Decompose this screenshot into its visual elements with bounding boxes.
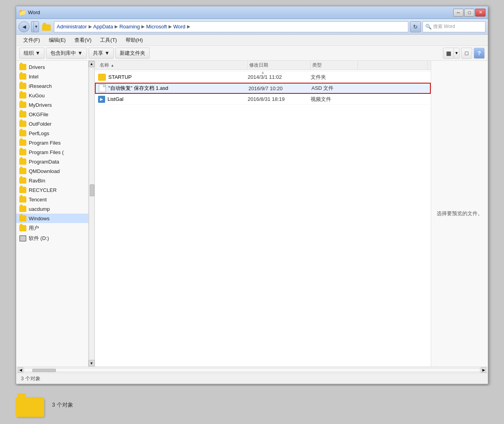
- view-icon-button[interactable]: ▦: [443, 48, 454, 59]
- sidebar-scroll-up[interactable]: ▲: [89, 61, 95, 67]
- status-count: 3 个对象: [21, 375, 41, 382]
- path-part-2[interactable]: AppData: [93, 24, 113, 30]
- sidebar-item-qmdownload[interactable]: QMDownload: [16, 166, 88, 176]
- help-button[interactable]: ?: [474, 48, 485, 59]
- sidebar-item-programfiles[interactable]: Program Files: [16, 138, 88, 147]
- search-placeholder: 搜索 Word: [433, 23, 455, 30]
- minimize-button[interactable]: ─: [453, 9, 463, 17]
- share-button[interactable]: 共享 ▼: [89, 48, 114, 59]
- folder-icon: [19, 111, 26, 117]
- folder-icon: [19, 102, 26, 108]
- sidebar-item-recycler[interactable]: RECYCLER: [16, 185, 88, 195]
- back-button[interactable]: ◀: [19, 21, 30, 32]
- col-header-type[interactable]: 类型: [311, 61, 358, 70]
- sidebar-item-users[interactable]: 用户: [16, 223, 88, 233]
- sidebar-item-intel[interactable]: Intel: [16, 72, 88, 81]
- folder-icon: [19, 177, 26, 184]
- col-header-size[interactable]: [358, 61, 428, 70]
- file-row-listgal[interactable]: ▶ ListGal 2016/8/31 18:19 视频文件: [95, 94, 431, 105]
- hscroll-left[interactable]: ◀: [18, 367, 23, 373]
- file-list-header: 名称 ▲ 修改日期 类型: [95, 61, 431, 70]
- sidebar-item-kugou[interactable]: KuGou: [16, 91, 88, 100]
- file-name-listgal: ▶ ListGal: [98, 96, 248, 103]
- sidebar-item-programfiles2[interactable]: Program Files (: [16, 147, 88, 157]
- sidebar: Drivers Intel iResearch KuGou: [16, 61, 88, 366]
- window-title: Word: [28, 9, 40, 15]
- sidebar-item-windows[interactable]: Windows: [16, 214, 88, 223]
- sidebar-scroll-thumb[interactable]: [90, 184, 94, 196]
- nav-dropdown-button[interactable]: ▼: [33, 21, 39, 32]
- path-sep-2: ▶: [115, 24, 118, 29]
- sidebar-item-uacdump[interactable]: uacdump: [16, 204, 88, 214]
- folder-icon: [19, 64, 26, 70]
- sidebar-scrollbar: ▲ ▼: [88, 61, 94, 366]
- file-date-listgal: 2016/8/31 18:19: [248, 96, 311, 102]
- folder-icon-startup: [98, 74, 106, 81]
- path-sep-4: ▶: [169, 24, 172, 29]
- path-sep-1: ▶: [89, 24, 92, 29]
- view-dropdown-button[interactable]: ▼: [454, 48, 460, 59]
- sidebar-item-ravbin[interactable]: RavBin: [16, 176, 88, 185]
- preview-text: 选择要预览的文件。: [437, 210, 483, 218]
- folder-icon: [19, 73, 26, 80]
- folder-icon: [19, 225, 26, 231]
- file-type-listgal: 视频文件: [311, 96, 358, 103]
- organize-button[interactable]: 组织 ▼: [19, 48, 44, 59]
- doc-icon-asd: [99, 84, 106, 92]
- close-button[interactable]: ✕: [475, 9, 485, 17]
- menu-tools[interactable]: 工具(T): [96, 35, 121, 45]
- menu-file[interactable]: 文件(F): [19, 35, 44, 45]
- menu-edit[interactable]: 编辑(E): [45, 35, 70, 45]
- file-type-asd: ASD 文件: [311, 85, 359, 92]
- file-list-area: 名称 ▲ 修改日期 类型 ▲: [95, 61, 488, 366]
- sidebar-item-tencent[interactable]: Tencent: [16, 195, 88, 204]
- folder-icon: [19, 121, 26, 127]
- file-date-startup: 2014/3/1 11:02: [248, 74, 311, 80]
- path-part-4[interactable]: Microsoft: [146, 24, 167, 30]
- window-folder-icon: 📁: [19, 9, 26, 16]
- sidebar-item-drivers[interactable]: Drivers: [16, 62, 88, 72]
- address-path-box[interactable]: Administrator ▶ AppData ▶ Roaming ▶ Micr…: [54, 21, 408, 32]
- sidebar-item-outfolder[interactable]: OutFolder: [16, 119, 88, 128]
- bottom-status: 3 个对象: [52, 402, 73, 409]
- sidebar-scroll-down[interactable]: ▼: [89, 360, 95, 366]
- hscroll-thumb[interactable]: [32, 369, 56, 372]
- bottom-area: 3 个对象: [0, 386, 504, 424]
- maximize-button[interactable]: □: [464, 9, 474, 17]
- sidebar-scroll-track[interactable]: [89, 67, 94, 360]
- horizontal-scrollbar: ◀ ▶: [16, 366, 488, 373]
- preview-pane: 选择要预览的文件。: [431, 61, 488, 366]
- folder-icon: [19, 149, 26, 155]
- menu-bar: 文件(F) 编辑(E) 查看(V) 工具(T) 帮助(H): [16, 35, 488, 46]
- folder-icon: [19, 158, 26, 165]
- include-button[interactable]: 包含到库中 ▼: [46, 48, 87, 59]
- path-folder-icon: [42, 23, 51, 31]
- sidebar-item-iresearch[interactable]: iResearch: [16, 81, 88, 91]
- file-name-startup: STARTUP: [98, 74, 248, 81]
- sidebar-item-okgfile[interactable]: OKGFile: [16, 110, 88, 119]
- file-row-asd[interactable]: "自动恢复" 保存文档 1.asd 2016/9/7 10:20 ASD 文件: [95, 83, 431, 94]
- hscroll-track[interactable]: [24, 368, 480, 372]
- menu-help[interactable]: 帮助(H): [122, 35, 147, 45]
- path-part-3[interactable]: Roaming: [119, 24, 140, 30]
- sidebar-item-mydrivers[interactable]: MyDrivers: [16, 100, 88, 110]
- path-part-1[interactable]: Administrator: [57, 24, 87, 30]
- pane-button[interactable]: □: [461, 48, 472, 59]
- sidebar-item-perflogs[interactable]: PerfLogs: [16, 128, 88, 138]
- hscroll-right[interactable]: ▶: [481, 367, 486, 373]
- search-box[interactable]: 🔍 搜索 Word: [422, 21, 485, 32]
- path-part-5[interactable]: Word: [173, 24, 185, 30]
- new-folder-button[interactable]: 新建文件夹: [115, 48, 150, 59]
- sidebar-item-drive-d[interactable]: 软件 (D:): [16, 233, 88, 244]
- folder-icon: [19, 196, 26, 203]
- drive-icon: [19, 235, 26, 242]
- folder-icon: [19, 206, 26, 212]
- menu-view[interactable]: 查看(V): [70, 35, 95, 45]
- sidebar-item-programdata[interactable]: ProgramData: [16, 157, 88, 166]
- content-area: Drivers Intel iResearch KuGou: [16, 61, 488, 366]
- refresh-button[interactable]: ↻: [410, 21, 421, 32]
- col-header-name[interactable]: 名称 ▲: [98, 61, 248, 70]
- file-name-asd: "自动恢复" 保存文档 1.asd: [99, 84, 248, 92]
- toolbar: 组织 ▼ 包含到库中 ▼ 共享 ▼ 新建文件夹 ▦ ▼ □ ?: [16, 46, 488, 61]
- col-header-date[interactable]: 修改日期: [248, 61, 311, 70]
